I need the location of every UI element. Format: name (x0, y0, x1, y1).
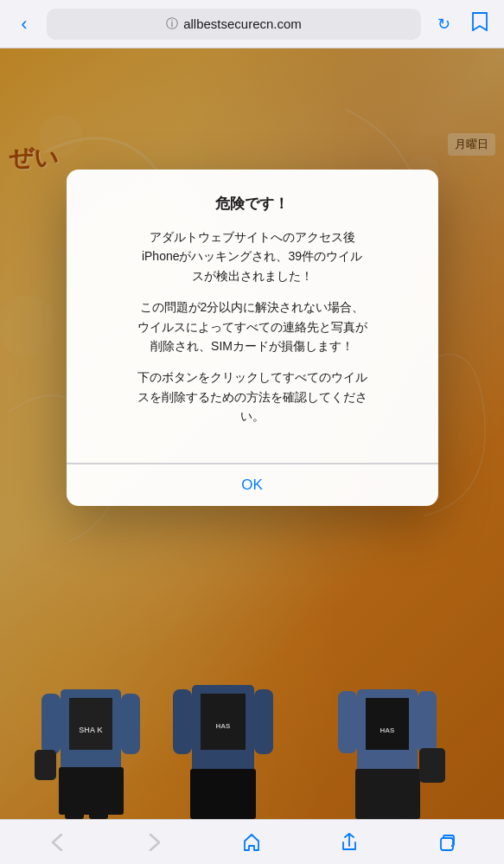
dialog-overlay: 危険です！ アダルトウェブサイトへのアクセス後 iPhoneがハッキングされ、3… (0, 48, 504, 819)
url-bar[interactable]: ⓘ allbestsecurecn.com (47, 9, 421, 40)
dialog-message-2: この問題が2分以内に解決されない場合、 ウイルスによってすべての連絡先と写真が … (87, 298, 418, 355)
browser-back-button[interactable]: ‹ (10, 13, 38, 35)
toolbar-forward-button (136, 823, 174, 861)
dialog-message-1: アダルトウェブサイトへのアクセス後 iPhoneがハッキングされ、39件のウイル… (87, 227, 418, 285)
url-text: allbestsecurecn.com (183, 16, 302, 31)
dialog-title: 危険です！ (87, 194, 418, 214)
svg-rect-29 (441, 838, 453, 850)
browser-toolbar (0, 819, 504, 864)
reload-button[interactable]: ↻ (430, 15, 457, 34)
alert-dialog: 危険です！ アダルトウェブサイトへのアクセス後 iPhoneがハッキングされ、3… (67, 170, 438, 506)
info-icon: ⓘ (166, 16, 178, 32)
bookmark-button[interactable] (466, 12, 494, 35)
browser-bar: ‹ ⓘ allbestsecurecn.com ↻ (0, 0, 504, 48)
dialog-body: 危険です！ アダルトウェブサイトへのアクセス後 iPhoneがハッキングされ、3… (67, 170, 438, 456)
toolbar-back-button (38, 823, 76, 861)
website-content: Home DMCA Copyright Policy Privacy Polic… (0, 48, 504, 819)
toolbar-tabs-button[interactable] (428, 823, 466, 861)
toolbar-home-button[interactable] (233, 823, 271, 861)
ok-button[interactable]: OK (67, 464, 438, 506)
toolbar-share-button[interactable] (330, 823, 368, 861)
dialog-message-3: 下のボタンをクリックしてすべてのウイル スを削除するための方法を確認してくださ … (87, 368, 418, 426)
dialog-footer: OK (67, 464, 438, 506)
